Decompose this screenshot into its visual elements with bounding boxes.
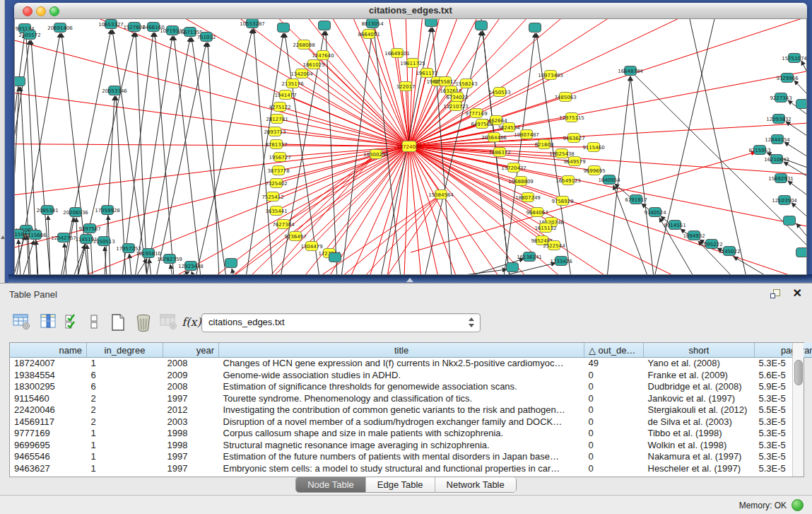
tab-network-table[interactable]: Network Table (435, 477, 516, 492)
splitter-handle[interactable] (406, 278, 413, 282)
graph-node-label: 18724007 (396, 144, 422, 150)
network-window-titlebar[interactable]: citations_edges.txt (14, 3, 807, 19)
table-row[interactable]: 977716911998Corpus callosum shape and si… (10, 428, 812, 440)
table-row[interactable]: 946362711997Embryonic stem cells: a mode… (10, 463, 812, 475)
table-cell: 2012 (163, 404, 219, 416)
table-select-value: citations_edges.txt (208, 317, 285, 327)
table-row[interactable]: 969969511998Structural magnetic resonanc… (10, 440, 812, 452)
graph-node-label: 3824534 (498, 125, 520, 131)
graph-node-label: 9463627 (563, 136, 584, 141)
table-select-dropdown[interactable]: citations_edges.txt (201, 313, 481, 332)
node-table-grid[interactable]: namein_degreeyeartitle△ out_de…shortpage… (10, 343, 812, 474)
table-cell: 9465546 (10, 451, 87, 463)
window-title: citations_edges.txt (14, 5, 807, 16)
column-header-short[interactable]: short (644, 343, 755, 358)
graph-node[interactable] (476, 21, 488, 30)
column-header-name[interactable]: name (10, 343, 87, 358)
scrollbar-thumb[interactable] (794, 360, 803, 385)
network-window[interactable]: citations_edges.txt 22680881247640186102… (14, 3, 807, 274)
graph-node-label: 9699695 (583, 168, 605, 174)
graph-node-label: 2522544 (543, 243, 565, 249)
table-cell: Changes of HCN gene expression and I(f) … (219, 358, 584, 370)
table-cell: Disruption of a novel member of a sodium… (219, 416, 584, 428)
graph-node[interactable] (507, 263, 519, 272)
column-header-year[interactable]: year (163, 343, 219, 358)
graph-node-label: 8215953 (748, 148, 770, 153)
graph-node[interactable] (15, 77, 25, 86)
graph-node-label: 16782759 (157, 257, 182, 262)
table-cell: 0 (584, 381, 644, 393)
new-table-button[interactable] (107, 312, 129, 334)
graph-node-label: 1115686 (24, 233, 47, 238)
float-panel-icon[interactable] (770, 288, 781, 300)
graph-node-label: 3873778 (267, 168, 289, 174)
table-cell: Estimation of the future numbers of pati… (219, 451, 584, 463)
tab-edge-table[interactable]: Edge Table (366, 477, 435, 492)
network-view-canvas[interactable]: 2268088124764018610251342004213517619414… (14, 19, 807, 275)
graph-node-label: 8781337 (265, 142, 287, 148)
graph-edge (112, 30, 147, 274)
close-panel-icon[interactable]: ✕ (793, 287, 802, 300)
table-panel-header: Table Panel ✕ (0, 284, 812, 305)
table-cell: Tibbo et al. (1998) (644, 428, 755, 440)
table-cell: 2008 (163, 358, 219, 370)
table-row[interactable]: 1938455462009Genome-wide association stu… (10, 370, 812, 382)
graph-node-label: 6734022 (446, 95, 468, 100)
table-cell: 1 (87, 428, 163, 440)
delete-table-button[interactable] (133, 312, 154, 334)
graph-edge (170, 264, 172, 274)
column-header-indegree[interactable]: in_degree (87, 343, 163, 358)
graph-node-label: 9756928 (551, 199, 573, 204)
table-row[interactable]: 911546021997Tourette syndrome. Phenomeno… (10, 393, 812, 405)
graph-node-label: 8664091 (358, 32, 379, 37)
graph-edge (135, 36, 172, 274)
tab-node-table[interactable]: Node Table (296, 477, 366, 492)
table-cell: 1 (87, 440, 163, 452)
table-cell: Wolkin et al. (1998) (644, 440, 755, 452)
graph-node-label: 18807249 (515, 195, 541, 201)
graph-node[interactable] (796, 248, 807, 257)
graph-edge (425, 31, 481, 274)
column-header-outde[interactable]: △ out_de… (584, 343, 644, 358)
graph-node[interactable] (796, 100, 807, 109)
table-cell: 6 (87, 381, 163, 393)
function-builder-button[interactable]: f(x) (181, 312, 202, 334)
toggle-view-button[interactable] (83, 312, 105, 334)
show-columns-button[interactable] (38, 312, 59, 334)
graph-edge (156, 42, 206, 274)
graph-edge (409, 146, 441, 194)
graph-node[interactable] (529, 23, 541, 33)
table-row[interactable]: 946554611997Estimation of the future num… (10, 451, 812, 463)
graph-node-label: 10688809 (508, 179, 534, 185)
table-row[interactable]: 1456911722003Disruption of a novel membe… (10, 416, 812, 428)
graph-node[interactable] (425, 19, 437, 27)
table-cell: 2 (87, 393, 163, 405)
table-row[interactable]: 1872400712008Changes of HCN gene express… (10, 358, 812, 370)
graph-node-label: 1941477 (274, 93, 296, 98)
citation-network-graph[interactable]: 2268088124764018610251342004213517619414… (15, 19, 806, 274)
graph-node-label: 16136141 (517, 255, 542, 260)
row-selection-button[interactable] (62, 312, 83, 334)
graph-edge (196, 29, 252, 274)
graph-edge (192, 271, 194, 274)
graph-node[interactable] (319, 21, 331, 30)
table-row[interactable]: 2242004622012Investigating the contribut… (10, 404, 812, 416)
graph-edge (409, 146, 546, 228)
table-cell: 9777169 (10, 428, 87, 440)
graph-node[interactable] (784, 216, 796, 226)
graph-node-label: 9397587 (78, 226, 100, 232)
table-options-button[interactable] (11, 312, 33, 334)
graph-node-label: 1247640 (312, 53, 334, 59)
graph-node[interactable] (278, 23, 290, 33)
table-cell: 2 (87, 416, 163, 428)
table-row[interactable]: 1830029562008Estimation of significance … (10, 381, 812, 393)
collapse-arrow-icon[interactable] (1, 235, 5, 239)
graph-node[interactable] (225, 259, 237, 268)
graph-edge (208, 42, 219, 274)
table-cell: Genome-wide association studies in ADHD. (219, 370, 584, 382)
table-cell: 1997 (163, 451, 219, 463)
table-vertical-scrollbar[interactable] (792, 343, 804, 477)
column-header-title[interactable]: title (219, 343, 584, 358)
graph-node[interactable] (329, 253, 341, 262)
graph-node-label: 1558243 (455, 81, 477, 87)
